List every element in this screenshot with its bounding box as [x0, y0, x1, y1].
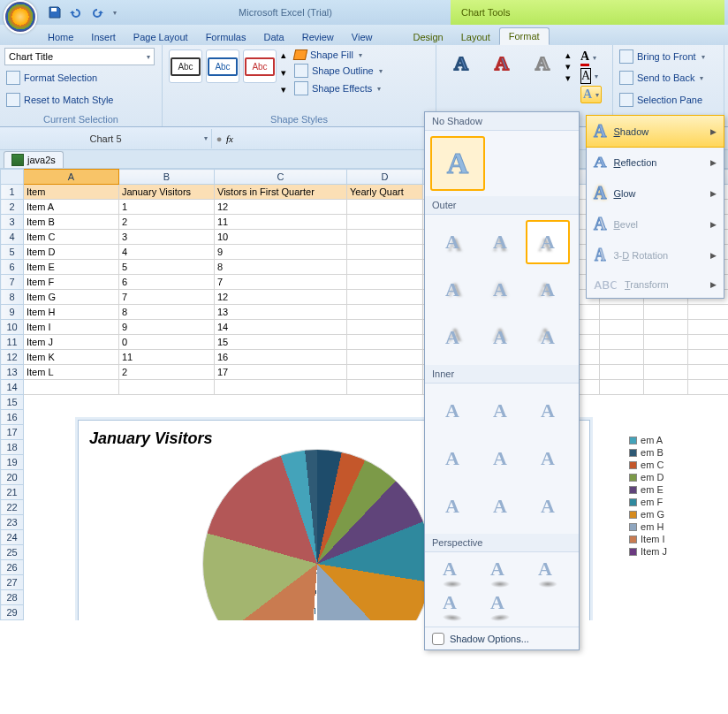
- shadow-preset-outer-5[interactable]: A: [478, 268, 522, 312]
- office-button[interactable]: [4, 0, 37, 34]
- wordart-style-3[interactable]: A: [535, 52, 550, 75]
- shadow-preset-inner-7[interactable]: A: [430, 484, 474, 528]
- gallery-down-icon[interactable]: ▾: [565, 61, 571, 72]
- shadow-preset-outer-1[interactable]: A: [430, 220, 474, 264]
- shape-effects-button[interactable]: Shape Effects▾: [292, 80, 384, 97]
- text-effects-shadow[interactable]: AShadow▶: [586, 115, 724, 148]
- chart-title[interactable]: January Visitors: [89, 429, 212, 448]
- shape-style-gallery[interactable]: Abc Abc Abc ▴ ▾ ▾: [167, 48, 289, 97]
- text-effects-reflection[interactable]: AReflection▶: [587, 147, 724, 178]
- tab-insert[interactable]: Insert: [82, 29, 125, 45]
- cell[interactable]: January Visitors: [119, 185, 215, 200]
- shadow-preset-outer-8[interactable]: A: [478, 315, 522, 360]
- cell[interactable]: Item: [24, 185, 119, 200]
- shape-style-2[interactable]: Abc: [208, 57, 237, 76]
- send-to-back-icon: [619, 71, 633, 85]
- reset-to-match-button[interactable]: Reset to Match Style: [4, 91, 157, 109]
- shape-fill-button[interactable]: Shape Fill▾: [292, 48, 384, 62]
- shadow-preset-outer-2[interactable]: A: [478, 220, 522, 264]
- select-all-corner[interactable]: [1, 170, 24, 185]
- shadow-preset-outer-6[interactable]: A: [526, 268, 570, 312]
- shadow-preset-inner-3[interactable]: A: [526, 389, 570, 433]
- cell[interactable]: Yearly Quart: [347, 185, 423, 200]
- pie-chart-plot[interactable]: [202, 449, 432, 620]
- text-outline-button[interactable]: A▾: [580, 68, 602, 84]
- shadow-preset-persp-5[interactable]: A: [478, 591, 522, 620]
- col-header-A[interactable]: A: [24, 170, 119, 185]
- shadow-preset-inner-8[interactable]: A: [478, 484, 522, 528]
- shadow-preset-inner-1[interactable]: A: [430, 389, 474, 433]
- excel-icon: [11, 154, 24, 166]
- workbook-tab[interactable]: java2s: [4, 151, 64, 168]
- tab-home[interactable]: Home: [39, 29, 82, 45]
- chevron-down-icon[interactable]: ▾: [204, 134, 208, 142]
- text-effects-button[interactable]: A▾: [580, 86, 602, 103]
- shadow-section-inner: Inner: [425, 365, 579, 384]
- gallery-down-icon[interactable]: ▾: [281, 67, 286, 79]
- cell[interactable]: Vistors in First Quarter: [215, 185, 347, 200]
- wordart-style-gallery[interactable]: A A A ▴ ▾ ▾: [441, 48, 573, 85]
- shadow-preset-inner-2[interactable]: A: [478, 389, 522, 433]
- save-icon[interactable]: [48, 5, 62, 19]
- shadow-section-outer: Outer: [425, 196, 579, 215]
- tab-formulas[interactable]: Formulas: [197, 29, 255, 45]
- shadow-preset-outer-4[interactable]: A: [430, 268, 474, 312]
- group-title-current-selection: Current Selection: [4, 112, 157, 126]
- shadow-preset-inner-6[interactable]: A: [526, 437, 570, 481]
- chevron-right-icon: ▶: [710, 127, 717, 136]
- name-box[interactable]: Chart 5▾: [0, 129, 212, 148]
- tab-data[interactable]: Data: [254, 29, 292, 45]
- bring-to-front-button[interactable]: Bring to Front▾: [618, 48, 719, 65]
- shape-style-3[interactable]: Abc: [245, 57, 274, 76]
- shape-outline-button[interactable]: Shape Outline▾: [292, 62, 384, 80]
- group-shape-styles: Abc Abc Abc ▴ ▾ ▾ Shape Fill▾ Shape Outl…: [163, 45, 436, 126]
- selection-pane-button[interactable]: Selection Pane: [618, 91, 719, 109]
- col-header-C[interactable]: C: [215, 170, 347, 185]
- gallery-more-icon[interactable]: ▾: [281, 84, 286, 95]
- shadow-preset-outer-3[interactable]: A: [526, 220, 570, 264]
- reset-icon: [6, 93, 20, 107]
- redo-icon[interactable]: [90, 5, 104, 19]
- text-effects-transform[interactable]: ᴀʙᴄTransform▶: [587, 270, 724, 298]
- shape-style-1[interactable]: Abc: [171, 57, 200, 76]
- undo-icon[interactable]: [69, 5, 83, 19]
- tab-view[interactable]: View: [343, 29, 382, 45]
- text-effects-glow[interactable]: AGlow▶: [587, 178, 724, 209]
- shadow-section-no-shadow: No Shadow: [425, 112, 579, 131]
- wordart-style-2[interactable]: A: [495, 52, 509, 75]
- shadow-preset-outer-9[interactable]: A: [526, 315, 570, 360]
- format-selection-button[interactable]: Format Selection: [4, 69, 157, 87]
- shadow-preset-persp-1[interactable]: A: [430, 558, 474, 588]
- gallery-up-icon[interactable]: ▴: [281, 49, 286, 61]
- svg-rect-0: [51, 8, 57, 11]
- chart-legend[interactable]: em A em B em C em D em E em F em G em H …: [629, 433, 667, 558]
- gallery-more-icon[interactable]: ▾: [565, 72, 571, 84]
- tab-format[interactable]: Format: [499, 27, 550, 45]
- shadow-preset-inner-5[interactable]: A: [478, 437, 522, 481]
- fx-icon[interactable]: fx: [226, 133, 233, 144]
- wordart-style-1[interactable]: A: [454, 52, 468, 75]
- col-header-B[interactable]: B: [119, 170, 215, 185]
- group-title-shape-styles: Shape Styles: [167, 112, 431, 126]
- text-effects-bevel[interactable]: ABevel▶: [587, 209, 724, 239]
- shadow-preset-none[interactable]: A: [430, 136, 485, 191]
- tab-review[interactable]: Review: [293, 29, 343, 45]
- shadow-preset-persp-2[interactable]: A: [478, 558, 522, 588]
- shadow-section-perspective: Perspective: [425, 534, 579, 552]
- shadow-preset-persp-3[interactable]: A: [526, 558, 570, 588]
- shadow-preset-inner-4[interactable]: A: [430, 437, 474, 481]
- shadow-preset-inner-9[interactable]: A: [526, 484, 570, 528]
- tab-layout[interactable]: Layout: [452, 29, 499, 45]
- row-header[interactable]: 1: [1, 185, 24, 200]
- col-header-D[interactable]: D: [347, 170, 423, 185]
- tab-page-layout[interactable]: Page Layout: [125, 29, 197, 45]
- gallery-up-icon[interactable]: ▴: [565, 49, 571, 61]
- chart-element-dropdown[interactable]: Chart Title ▾: [4, 48, 155, 65]
- tab-design[interactable]: Design: [404, 29, 451, 45]
- text-effects-3d-rotation[interactable]: A3-D Rotation▶: [587, 239, 724, 270]
- send-to-back-button[interactable]: Send to Back▾: [618, 69, 719, 87]
- text-fill-button[interactable]: A▾: [580, 49, 602, 66]
- shadow-preset-persp-4[interactable]: A: [430, 591, 474, 620]
- shadow-preset-outer-7[interactable]: A: [430, 315, 474, 360]
- chevron-down-icon: ▾: [147, 53, 150, 61]
